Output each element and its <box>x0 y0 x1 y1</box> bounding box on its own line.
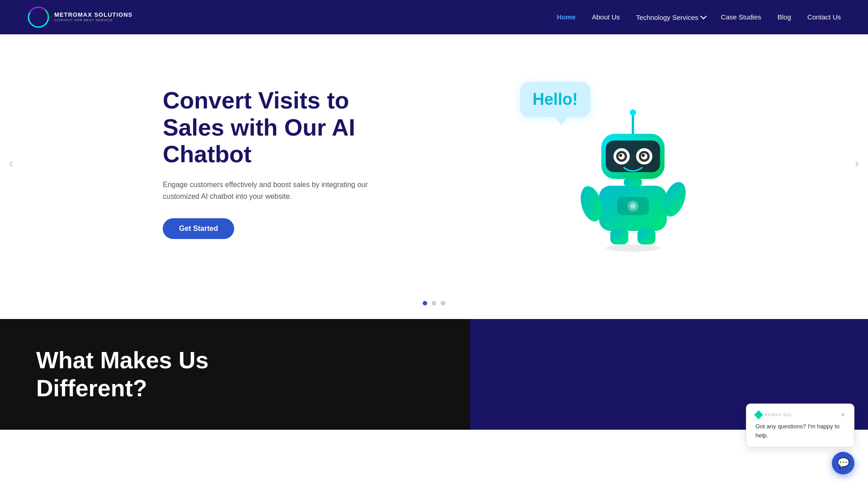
nav-blog[interactable]: Blog <box>778 13 791 21</box>
nav-case-studies[interactable]: Case Studies <box>721 13 761 21</box>
svg-rect-23 <box>637 229 656 244</box>
carousel-prev-button[interactable]: ‹ <box>5 151 18 175</box>
chat-bubble-header: ROMAX SOL × <box>755 411 845 418</box>
section-heading: What Makes Us Different? <box>36 346 434 403</box>
svg-point-10 <box>619 154 622 157</box>
hero-illustration: Hello! <box>506 73 705 253</box>
svg-rect-22 <box>610 229 628 244</box>
svg-point-4 <box>630 109 636 116</box>
chevron-down-icon <box>700 13 707 19</box>
carousel-dot-1[interactable] <box>423 301 427 305</box>
brand-tagline: CONTACT FOR BEST SERVICE <box>54 19 132 23</box>
hero-title: Convert Visits to Sales with Our AI Chat… <box>163 87 389 168</box>
chat-bubble: ROMAX SOL × Got any questions? I'm happy… <box>746 404 854 430</box>
nav-links: Home About Us Technology Services Case S… <box>557 13 841 21</box>
chat-close-button[interactable]: × <box>841 411 845 418</box>
bottom-dark-panel: What Makes Us Different? <box>0 319 470 430</box>
hero-content-left: Convert Visits to Sales with Our AI Chat… <box>163 87 389 239</box>
nav-home[interactable]: Home <box>557 13 576 21</box>
logo-link[interactable]: METROMAX SOLUTIONS CONTACT FOR BEST SERV… <box>27 6 132 28</box>
svg-point-24 <box>606 244 660 252</box>
hero-inner: Convert Visits to Sales with Our AI Chat… <box>163 73 705 253</box>
logo-text: METROMAX SOLUTIONS CONTACT FOR BEST SERV… <box>54 12 132 22</box>
bottom-section: What Makes Us Different? <box>0 319 868 430</box>
svg-rect-15 <box>624 179 642 186</box>
carousel-next-button[interactable]: › <box>850 151 863 175</box>
logo-icon <box>27 6 50 28</box>
nav-contact[interactable]: Contact Us <box>807 13 841 21</box>
svg-point-14 <box>642 154 645 157</box>
robot-illustration <box>570 109 696 253</box>
chat-brand: ROMAX SOL <box>764 413 793 417</box>
carousel-dot-2[interactable] <box>432 301 436 305</box>
hello-text: Hello! <box>533 90 578 108</box>
hero-section: ‹ Convert Visits to Sales with Our AI Ch… <box>0 34 868 292</box>
carousel-dots <box>0 292 868 319</box>
nav-about[interactable]: About Us <box>592 13 620 21</box>
navbar: METROMAX SOLUTIONS CONTACT FOR BEST SERV… <box>0 0 868 34</box>
svg-point-19 <box>630 203 636 209</box>
chat-widget: ROMAX SOL × Got any questions? I'm happy… <box>746 404 854 430</box>
chat-message: Got any questions? I'm happy to help. <box>755 422 845 430</box>
chat-diamond-icon <box>754 410 763 419</box>
hero-subtitle: Engage customers effectively and boost s… <box>163 179 389 202</box>
brand-name: METROMAX SOLUTIONS <box>54 12 132 18</box>
nav-tech-services[interactable]: Technology Services <box>636 14 705 21</box>
carousel-dot-3[interactable] <box>441 301 445 305</box>
get-started-button[interactable]: Get Started <box>163 218 234 239</box>
robot-svg <box>570 109 696 253</box>
